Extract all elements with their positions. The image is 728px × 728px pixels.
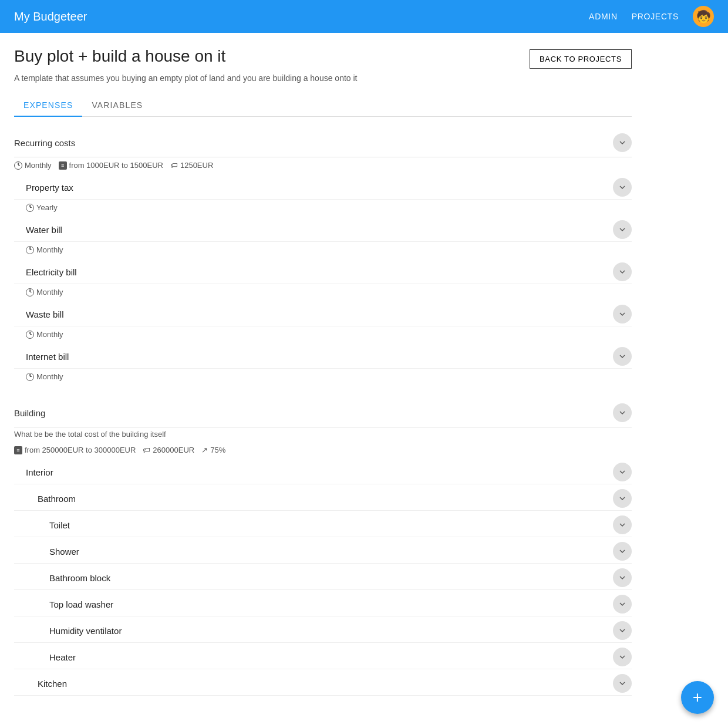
recurring-costs-title: Recurring costs <box>14 138 75 148</box>
water-bill-row: Water bill <box>14 215 632 242</box>
humidity-ventilator-chevron[interactable] <box>613 621 632 640</box>
back-to-projects-button[interactable]: BACK TO PROJECTS <box>530 49 632 69</box>
building-section: Building <box>14 396 632 427</box>
heater-name: Heater <box>14 652 76 662</box>
building-percent-meta: ↗ 75% <box>201 446 225 454</box>
water-bill-meta: Monthly <box>14 242 632 258</box>
water-bill-frequency: Monthly <box>36 245 63 254</box>
recurring-frequency-meta: Monthly <box>14 161 52 170</box>
building-range-meta: ≡ from 250000EUR to 300000EUR <box>14 446 136 454</box>
electricity-bill-meta: Monthly <box>14 284 632 300</box>
shower-chevron[interactable] <box>613 542 632 561</box>
tab-variables[interactable]: VARIABLES <box>82 95 152 117</box>
kitchen-name: Kitchen <box>14 679 67 689</box>
trend-icon: ↗ <box>201 446 208 454</box>
building-value-meta: 🏷 260000EUR <box>143 446 194 454</box>
building-value: 260000EUR <box>153 446 194 454</box>
bathroom-block-name: Bathroom block <box>14 573 110 583</box>
main-content: Buy plot + build a house on it BACK TO P… <box>0 33 646 728</box>
shower-name: Shower <box>14 547 79 557</box>
bathroom-name: Bathroom <box>14 494 76 504</box>
top-load-washer-name: Top load washer <box>14 599 113 609</box>
building-range: from 250000EUR to 300000EUR <box>25 446 136 454</box>
clock-icon-electricity <box>26 288 34 296</box>
clock-icon-water <box>26 246 34 254</box>
brand-title: My Budgeteer <box>14 10 87 23</box>
tag-icon-building: 🏷 <box>143 446 150 454</box>
water-bill-chevron[interactable] <box>613 220 632 239</box>
recurring-value-meta: 🏷 1250EUR <box>170 161 213 170</box>
tab-expenses[interactable]: EXPENSES <box>14 95 82 117</box>
property-tax-name: Property tax <box>14 183 73 193</box>
waste-bill-name: Waste bill <box>14 309 63 319</box>
recurring-costs-meta: Monthly ≡ from 1000EUR to 1500EUR 🏷 1250… <box>14 157 632 173</box>
page-title-row: Buy plot + build a house on it BACK TO P… <box>14 47 632 69</box>
electricity-bill-row: Electricity bill <box>14 258 632 284</box>
humidity-ventilator-row: Humidity ventilator <box>14 616 632 643</box>
top-load-washer-chevron[interactable] <box>613 595 632 614</box>
add-fab[interactable]: + <box>681 681 714 714</box>
range-icon: ≡ <box>59 161 67 170</box>
recurring-value: 1250EUR <box>180 161 213 170</box>
interior-row: Interior <box>14 458 632 484</box>
clock-icon-waste <box>26 331 34 339</box>
electricity-bill-name: Electricity bill <box>14 267 77 277</box>
internet-bill-row: Internet bill <box>14 342 632 369</box>
waste-bill-row: Waste bill <box>14 300 632 326</box>
interior-name: Interior <box>14 467 53 477</box>
property-tax-frequency-meta: Yearly <box>14 203 58 212</box>
recurring-costs-section: Recurring costs <box>14 126 632 157</box>
bathroom-row: Bathroom <box>14 484 632 511</box>
property-tax-chevron[interactable] <box>613 178 632 197</box>
building-description: What be be the total cost of the buildin… <box>14 427 632 442</box>
toilet-name: Toilet <box>14 520 70 530</box>
toilet-row: Toilet <box>14 511 632 537</box>
recurring-frequency: Monthly <box>25 161 52 170</box>
waste-bill-chevron[interactable] <box>613 305 632 323</box>
water-bill-frequency-meta: Monthly <box>14 245 63 254</box>
recurring-costs-chevron[interactable] <box>613 133 632 152</box>
clock-icon-property <box>26 204 34 212</box>
property-tax-row: Property tax <box>14 173 632 200</box>
admin-nav[interactable]: ADMIN <box>589 12 618 21</box>
avatar[interactable]: 🧒 <box>693 6 714 27</box>
shower-row: Shower <box>14 537 632 564</box>
header-nav: ADMIN PROJECTS 🧒 <box>589 6 714 27</box>
header: My Budgeteer ADMIN PROJECTS 🧒 <box>0 0 728 33</box>
interior-chevron[interactable] <box>613 463 632 481</box>
electricity-bill-chevron[interactable] <box>613 262 632 281</box>
building-percent: 75% <box>210 446 225 454</box>
projects-nav[interactable]: PROJECTS <box>632 12 679 21</box>
humidity-ventilator-name: Humidity ventilator <box>14 626 122 636</box>
waste-bill-meta: Monthly <box>14 326 632 342</box>
building-meta: ≡ from 250000EUR to 300000EUR 🏷 260000EU… <box>14 442 632 458</box>
recurring-range: from 1000EUR to 1500EUR <box>69 161 163 170</box>
range-icon-building: ≡ <box>14 446 22 454</box>
toilet-chevron[interactable] <box>613 515 632 534</box>
kitchen-chevron[interactable] <box>613 674 632 693</box>
internet-bill-frequency-meta: Monthly <box>14 372 63 381</box>
page-title: Buy plot + build a house on it <box>14 47 225 66</box>
building-title: Building <box>14 408 45 418</box>
building-chevron[interactable] <box>613 403 632 422</box>
recurring-range-meta: ≡ from 1000EUR to 1500EUR <box>59 161 163 170</box>
clock-icon-internet <box>26 373 34 381</box>
waste-bill-frequency: Monthly <box>36 330 63 339</box>
heater-chevron[interactable] <box>613 648 632 666</box>
property-tax-frequency: Yearly <box>36 203 58 212</box>
tag-icon: 🏷 <box>170 161 178 170</box>
internet-bill-frequency: Monthly <box>36 372 63 381</box>
heater-row: Heater <box>14 643 632 669</box>
property-tax-meta: Yearly <box>14 200 632 215</box>
internet-bill-chevron[interactable] <box>613 347 632 366</box>
internet-bill-name: Internet bill <box>14 352 69 362</box>
clock-icon <box>14 161 22 170</box>
electricity-bill-frequency-meta: Monthly <box>14 288 63 296</box>
bathroom-block-chevron[interactable] <box>613 568 632 587</box>
electricity-bill-frequency: Monthly <box>36 288 63 296</box>
top-load-washer-row: Top load washer <box>14 590 632 616</box>
waste-bill-frequency-meta: Monthly <box>14 330 63 339</box>
bathroom-chevron[interactable] <box>613 489 632 508</box>
kitchen-row: Kitchen <box>14 669 632 696</box>
page-subtitle: A template that assumes you buying an em… <box>14 73 632 83</box>
